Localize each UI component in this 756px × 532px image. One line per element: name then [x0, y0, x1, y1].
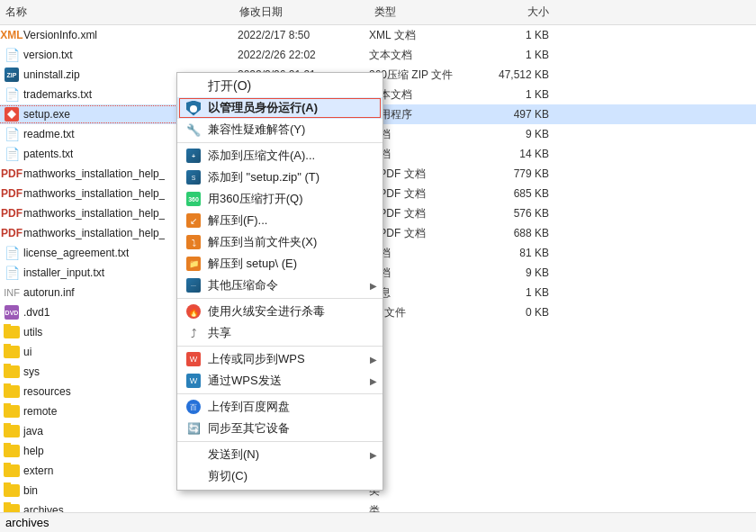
file-type: S PDF 文档 — [369, 226, 495, 241]
menu-icon-extract: ↙ — [184, 212, 202, 230]
file-icon-pdf: PDF — [4, 225, 20, 241]
menu-icon-extract3: 📁 — [184, 255, 202, 273]
file-icon-pdf: PDF — [4, 205, 20, 221]
file-icon-dvd: DVD — [4, 304, 20, 320]
file-icon-folder — [4, 403, 20, 419]
file-name-label: utils — [23, 326, 42, 338]
file-type: XML 文档 — [369, 28, 495, 43]
menu-label-share: 共享 — [208, 325, 231, 341]
file-type: 类 — [369, 345, 495, 360]
menu-icon-sync: 🔄 — [184, 419, 202, 437]
menu-item-fire-antivirus[interactable]: 🔥 使用火绒安全进行杀毒 — [177, 301, 382, 322]
file-type: 文档 — [369, 246, 495, 261]
table-row[interactable]: XML VersionInfo.xml 2022/2/17 8:50 XML 文… — [0, 25, 756, 45]
menu-item-upload-wps[interactable]: W 上传或同步到WPS — [177, 348, 382, 370]
file-type: 01 文件 — [369, 305, 495, 320]
file-size: 688 KB — [495, 227, 567, 239]
file-name-label: mathworks_installation_help_ — [23, 207, 165, 220]
header-size[interactable]: 大小 — [495, 3, 567, 22]
menu-item-add-to-setupzip[interactable]: S 添加到 "setup.zip" (T) — [177, 167, 382, 188]
file-type: 文档 — [369, 266, 495, 281]
menu-label-upload-wps: 上传或同步到WPS — [208, 351, 305, 367]
menu-item-share[interactable]: ⤴ 共享 — [177, 322, 382, 344]
menu-item-compat-help[interactable]: 🔧 兼容性疑难解答(Y) — [177, 119, 382, 140]
table-row[interactable]: 📄 version.txt 2022/2/26 22:02 文本文档 1 KB — [0, 45, 756, 65]
file-size: 779 KB — [495, 167, 567, 180]
file-size: 47,512 KB — [495, 68, 567, 81]
file-icon-zip: ZIP — [4, 67, 20, 83]
file-date: 2022/2/26 22:02 — [234, 49, 369, 61]
menu-item-sync-other[interactable]: 🔄 同步至其它设备 — [177, 418, 382, 439]
file-size: 1 KB — [495, 29, 567, 41]
menu-icon-fire: 🔥 — [184, 302, 202, 320]
menu-item-cut[interactable]: 剪切(C) — [177, 465, 382, 487]
file-name-label: remote — [23, 405, 57, 418]
file-name-label: bin — [23, 484, 38, 497]
menu-item-extract-to[interactable]: ↙ 解压到(F)... — [177, 210, 382, 231]
file-type: S PDF 文档 — [369, 186, 495, 202]
shield-icon — [184, 99, 202, 117]
file-icon-folder — [4, 344, 20, 360]
bottom-bar: archives — [0, 512, 756, 532]
file-explorer: 名称 修改日期 类型 大小 XML VersionInfo.xml 2022/2… — [0, 0, 756, 532]
file-name-label: mathworks_installation_help_ — [23, 167, 165, 180]
file-name-label: ui — [23, 346, 32, 358]
menu-label-other-compress: 其他压缩命令 — [208, 277, 278, 293]
file-icon-folder — [4, 463, 20, 479]
file-name-label: patents.txt — [23, 148, 73, 160]
menu-item-run-as-admin[interactable]: 以管理员身份运行(A) — [177, 97, 382, 119]
header-date[interactable]: 修改日期 — [234, 3, 369, 22]
header-type[interactable]: 类型 — [369, 3, 495, 22]
file-icon-txt: 📄 — [4, 47, 20, 63]
file-name-label: mathworks_installation_help_ — [23, 227, 165, 239]
menu-item-send-to[interactable]: 发送到(N) — [177, 444, 382, 465]
menu-icon-wps-cloud: W — [184, 350, 202, 368]
file-name-label: trademarks.txt — [23, 88, 92, 101]
menu-label-extract-to: 解压到(F)... — [208, 212, 267, 229]
menu-label-extract-to-folder: 解压到 setup\ (E) — [208, 256, 297, 272]
menu-separator — [177, 393, 382, 394]
file-type: 360压缩 ZIP 文件 — [369, 68, 495, 83]
menu-item-send-via-wps[interactable]: W 通过WPS发送 — [177, 370, 382, 392]
file-name-label: .dvd1 — [23, 306, 50, 319]
menu-item-add-to-compress[interactable]: + 添加到压缩文件(A)... — [177, 145, 382, 167]
file-size: 0 KB — [495, 306, 567, 319]
file-icon-folder — [4, 324, 20, 340]
menu-item-other-compress[interactable]: ··· 其他压缩命令 — [177, 275, 382, 296]
file-type: 类 — [369, 404, 495, 419]
file-name-label: VersionInfo.xml — [23, 29, 97, 41]
file-name-label: sys — [23, 365, 40, 378]
file-name-label: help — [23, 445, 44, 457]
file-icon-inf: INF — [4, 284, 20, 301]
menu-icon-none — [184, 446, 202, 464]
file-type: S PDF 文档 — [369, 206, 495, 221]
file-type: 文本文档 — [369, 48, 495, 63]
menu-item-open-with-360zip[interactable]: 360 用360压缩打开(Q) — [177, 188, 382, 210]
menu-icon-more-zip: ··· — [184, 276, 202, 294]
header-name[interactable]: 名称 — [0, 3, 234, 22]
menu-item-extract-to-folder[interactable]: 📁 解压到 setup\ (E) — [177, 253, 382, 275]
menu-label-add-to-compress: 添加到压缩文件(A)... — [208, 148, 315, 164]
file-icon-pdf: PDF — [4, 185, 20, 202]
file-name-label: uninstall.zip — [23, 68, 80, 81]
menu-label-send-via-wps: 通过WPS发送 — [208, 373, 282, 389]
menu-icon-zip-blue2: S — [184, 168, 202, 186]
menu-separator — [177, 346, 382, 347]
menu-item-upload-baidu[interactable]: 百 上传到百度网盘 — [177, 396, 382, 418]
file-size: 1 KB — [495, 49, 567, 61]
file-name-cell: 📄 version.txt — [0, 47, 234, 63]
file-name-label: license_agreement.txt — [23, 247, 129, 259]
file-type: 信息 — [369, 285, 495, 301]
file-type: 类 — [369, 384, 495, 400]
file-icon-txt: 📄 — [4, 245, 20, 261]
file-name-label: version.txt — [23, 49, 73, 61]
file-icon-txt: 📄 — [4, 86, 20, 103]
menu-item-extract-here[interactable]: ⤵ 解压到当前文件夹(X) — [177, 231, 382, 253]
column-headers: 名称 修改日期 类型 大小 — [0, 0, 756, 25]
menu-item-open[interactable]: 打开(O) — [177, 76, 382, 97]
file-icon-xml: XML — [4, 27, 20, 43]
file-type: 类 — [369, 444, 495, 459]
menu-label-compat-help: 兼容性疑难解答(Y) — [208, 122, 305, 138]
menu-separator — [177, 298, 382, 299]
menu-icon-wps-send: W — [184, 372, 202, 390]
